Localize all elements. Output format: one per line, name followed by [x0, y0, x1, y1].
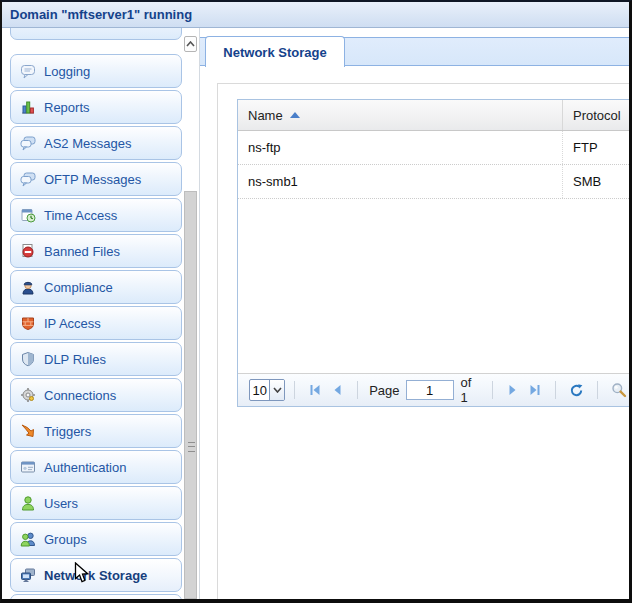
connections-icon	[20, 387, 36, 403]
cell-protocol: FTP	[563, 131, 631, 164]
table-row[interactable]: ns-smb1SMB	[238, 165, 631, 199]
dlp-rules-icon	[20, 351, 36, 367]
toolbar-separator	[357, 381, 358, 399]
oftp-messages-icon	[20, 171, 36, 187]
sidebar: ServicesLoggingReportsAS2 MessagesOFTP M…	[2, 2, 184, 603]
sidebar-item-label: Triggers	[44, 424, 91, 439]
sidebar-item-logging[interactable]: Logging	[10, 54, 182, 88]
sidebar-item-oftp-messages[interactable]: OFTP Messages	[10, 162, 182, 196]
sidebar-item-users[interactable]: Users	[10, 486, 182, 520]
page-size-select[interactable]: 10	[249, 379, 285, 401]
toolbar-separator	[555, 381, 556, 399]
sidebar-item-connections[interactable]: Connections	[10, 378, 182, 412]
tab-network-storage[interactable]: Network Storage	[205, 36, 345, 67]
last-page-button[interactable]	[528, 381, 542, 399]
combo-trigger-button[interactable]	[269, 380, 284, 400]
sidebar-item-label: Time Access	[44, 208, 117, 223]
page-of-label: of 1	[461, 375, 478, 405]
ip-access-icon	[20, 315, 36, 331]
first-page-button[interactable]	[308, 381, 322, 399]
sidebar-item-label: Connections	[44, 388, 116, 403]
toolbar-separator	[597, 381, 598, 399]
sidebar-item-time-access[interactable]: Time Access	[10, 198, 182, 232]
column-header-name[interactable]: Name	[238, 100, 563, 130]
column-header-label: Protocol	[573, 108, 621, 123]
next-page-icon	[506, 383, 520, 397]
triggers-icon	[20, 423, 36, 439]
banned-files-icon	[20, 243, 36, 259]
next-page-button[interactable]	[506, 381, 520, 399]
sidebar-item-as2-messages[interactable]: AS2 Messages	[10, 126, 182, 160]
network-storage-icon	[20, 567, 36, 583]
grid-header: Name Protocol	[238, 100, 631, 131]
sidebar-item-dlp-rules[interactable]: DLP Rules	[10, 342, 182, 376]
cell-name: ns-smb1	[238, 165, 563, 198]
sidebar-item-label: Compliance	[44, 280, 113, 295]
scrollbar-thumb[interactable]	[184, 191, 197, 599]
time-access-icon	[20, 207, 36, 223]
prev-page-icon	[330, 383, 344, 397]
sidebar-item-label: OFTP Messages	[44, 172, 141, 187]
sidebar-item-label: Users	[44, 496, 78, 511]
network-storage-grid: Name Protocol ns-ftpFTPns-smb1SMB 10	[237, 99, 632, 407]
compliance-icon	[20, 279, 36, 295]
sidebar-item-label: IP Access	[44, 316, 101, 331]
page-size-value: 10	[250, 380, 269, 400]
sidebar-item-network-storage[interactable]: Network Storage	[10, 558, 182, 592]
paging-toolbar: 10 Page of	[238, 373, 631, 406]
scrollbar-grip-icon	[188, 442, 195, 452]
table-row[interactable]: ns-ftpFTP	[238, 131, 631, 165]
app-window: ServicesLoggingReportsAS2 MessagesOFTP M…	[0, 0, 632, 603]
column-header-label: Name	[248, 108, 283, 123]
sidebar-item-groups[interactable]: Groups	[10, 522, 182, 556]
refresh-button[interactable]	[569, 381, 584, 399]
as2-messages-icon	[20, 135, 36, 151]
sidebar-item-label: AS2 Messages	[44, 136, 131, 151]
sidebar-scrollbar[interactable]	[184, 30, 197, 599]
sidebar-item-label: Authentication	[44, 460, 126, 475]
column-header-protocol[interactable]: Protocol	[563, 100, 631, 130]
refresh-icon	[569, 383, 584, 398]
chevron-up-icon	[186, 41, 195, 47]
toolbar-separator	[294, 381, 295, 399]
grid-body: ns-ftpFTPns-smb1SMB	[238, 131, 631, 199]
scrollbar-up-button[interactable]	[184, 36, 197, 52]
title-bar: Domain "mftserver1" running	[2, 2, 629, 28]
reports-icon	[20, 99, 36, 115]
cell-protocol: SMB	[563, 165, 631, 198]
window-title: Domain "mftserver1" running	[10, 7, 192, 22]
toolbar-separator	[492, 381, 493, 399]
authentication-icon	[20, 459, 36, 475]
sidebar-item-banned-files[interactable]: Banned Files	[10, 234, 182, 268]
groups-icon	[20, 531, 36, 547]
prev-page-button[interactable]	[330, 381, 344, 399]
sidebar-item-label: Banned Files	[44, 244, 120, 259]
last-page-icon	[528, 383, 542, 397]
sort-asc-icon	[290, 112, 300, 118]
sidebar-item-authentication[interactable]: Authentication	[10, 450, 182, 484]
search-icon	[611, 382, 627, 398]
page-number-input[interactable]	[406, 380, 454, 400]
first-page-icon	[308, 383, 322, 397]
sidebar-item-triggers[interactable]: Triggers	[10, 414, 182, 448]
chevron-down-icon	[273, 387, 282, 393]
users-icon	[20, 495, 36, 511]
sidebar-item-compliance[interactable]: Compliance	[10, 270, 182, 304]
sidebar-item-label: Reports	[44, 100, 90, 115]
sidebar-item-label: Groups	[44, 532, 87, 547]
sidebar-item-label: DLP Rules	[44, 352, 106, 367]
page-label: Page	[369, 383, 399, 398]
tab-label: Network Storage	[223, 45, 326, 60]
sidebar-item-label: Logging	[44, 64, 90, 79]
panel-divider	[199, 28, 200, 603]
search-button[interactable]	[611, 381, 627, 399]
sidebar-item-directory-monitors[interactable]: Directory Monitors	[10, 594, 182, 603]
cell-name: ns-ftp	[238, 131, 563, 164]
sidebar-item-label: Network Storage	[44, 568, 147, 583]
sidebar-item-reports[interactable]: Reports	[10, 90, 182, 124]
sidebar-item-ip-access[interactable]: IP Access	[10, 306, 182, 340]
logging-icon	[20, 63, 36, 79]
